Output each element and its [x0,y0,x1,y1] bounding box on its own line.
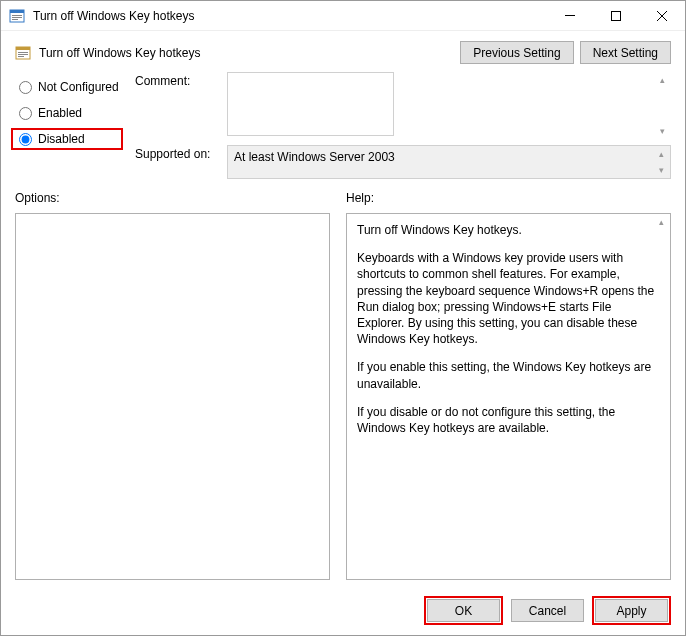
comment-row: Comment: ▴ ▾ [135,72,671,139]
radio-column: Not Configured Enabled Disabled [15,72,123,179]
radio-disabled-label: Disabled [38,132,85,146]
scroll-down-icon[interactable]: ▾ [653,163,669,177]
help-scroll-up-icon[interactable]: ▴ [654,215,669,229]
radio-not-configured-label: Not Configured [38,80,119,94]
radio-not-configured[interactable]: Not Configured [15,76,123,98]
comment-label: Comment: [135,72,217,88]
svg-rect-10 [18,54,28,55]
close-icon [657,11,667,21]
radio-enabled-input[interactable] [19,107,32,120]
scroll-up-icon[interactable]: ▴ [654,73,670,87]
comment-scroll: ▴ ▾ [654,73,670,138]
panels-row: ▴ Turn off Windows Key hotkeys. Keyboard… [1,213,685,588]
header-row: Turn off Windows Key hotkeys Previous Se… [1,31,685,72]
radio-not-configured-input[interactable] [19,81,32,94]
close-button[interactable] [639,1,685,31]
svg-rect-2 [12,15,22,16]
maximize-button[interactable] [593,1,639,31]
svg-rect-4 [12,19,18,20]
apply-highlight: Apply [592,596,671,625]
policy-icon [15,45,31,61]
comment-textarea[interactable] [227,72,394,136]
apply-button[interactable]: Apply [595,599,668,622]
help-label-wrap: Help: [346,191,671,209]
cancel-button[interactable]: Cancel [511,599,584,622]
radio-enabled-label: Enabled [38,106,82,120]
radio-disabled-input[interactable] [19,133,32,146]
minimize-button[interactable] [547,1,593,31]
scroll-down-icon[interactable]: ▾ [654,124,670,138]
next-setting-button[interactable]: Next Setting [580,41,671,64]
settings-top-area: Not Configured Enabled Disabled Comment:… [1,72,685,187]
ok-button[interactable]: OK [427,599,500,622]
scroll-up-icon[interactable]: ▴ [653,147,669,161]
app-icon [9,8,25,24]
options-label-wrap: Options: [15,191,330,209]
help-label: Help: [346,191,671,205]
minimize-icon [565,15,575,16]
window-titlebar: Turn off Windows Key hotkeys [1,1,685,31]
help-text-p3: If you enable this setting, the Windows … [357,359,660,391]
supported-box: At least Windows Server 2003 ▴ ▾ [227,145,671,179]
policy-title: Turn off Windows Key hotkeys [39,46,454,60]
supported-label: Supported on: [135,145,217,161]
radio-disabled[interactable]: Disabled [11,128,123,150]
maximize-icon [611,11,621,21]
svg-rect-1 [10,10,24,13]
help-text-p2: Keyboards with a Windows key provide use… [357,250,660,347]
sections-labels-row: Options: Help: [1,187,685,213]
supported-value: At least Windows Server 2003 [234,150,395,164]
footer-buttons: OK Cancel Apply [1,588,685,635]
options-panel [15,213,330,580]
svg-rect-8 [16,47,30,50]
supported-row: Supported on: At least Windows Server 20… [135,145,671,179]
window-controls [547,1,685,31]
window-title: Turn off Windows Key hotkeys [33,9,547,23]
svg-rect-9 [18,52,28,53]
svg-rect-11 [18,56,24,57]
svg-rect-5 [565,15,575,16]
help-text-p1: Turn off Windows Key hotkeys. [357,222,660,238]
ok-highlight: OK [424,596,503,625]
options-label: Options: [15,191,330,205]
supported-scroll: ▴ ▾ [653,147,669,177]
svg-rect-6 [612,11,621,20]
help-panel: ▴ Turn off Windows Key hotkeys. Keyboard… [346,213,671,580]
previous-setting-button[interactable]: Previous Setting [460,41,573,64]
help-text-p4: If you disable or do not configure this … [357,404,660,436]
svg-rect-3 [12,17,22,18]
radio-enabled[interactable]: Enabled [15,102,123,124]
fields-column: Comment: ▴ ▾ Supported on: At least Wind… [135,72,671,179]
